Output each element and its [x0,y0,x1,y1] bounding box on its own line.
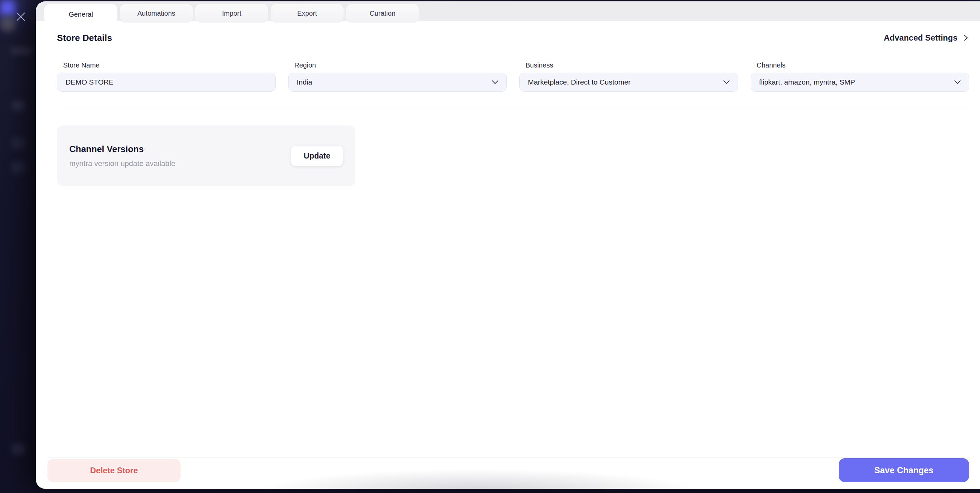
store-name-label: Store Name [63,61,276,69]
page-title: Store Details [57,33,112,43]
tab-panel-general: Store Details Advanced Settings Store Na… [36,21,980,489]
chevron-right-icon [963,34,969,41]
channel-versions-card: Channel Versions myntra version update a… [57,125,355,186]
sidebar-item-icon[interactable] [12,101,25,111]
business-value: Marketplace, Direct to Customer [528,78,644,86]
region-label: Region [294,61,507,69]
close-button[interactable] [15,11,27,22]
chevron-down-icon [954,80,961,84]
region-value: India [297,78,326,86]
sidebar-item-icon[interactable] [11,443,25,455]
store-name-field-group: Store Name [57,61,276,92]
app-sidebar [0,0,38,493]
advanced-settings-link[interactable]: Advanced Settings [884,33,969,43]
channels-select[interactable]: flipkart, amazon, myntra, SMP [751,73,969,92]
channels-label: Channels [757,61,969,69]
channels-field-group: Channels flipkart, amazon, myntra, SMP [751,61,969,92]
business-select[interactable]: Marketplace, Direct to Customer [519,73,738,92]
chevron-down-icon [492,80,499,84]
section-divider [57,107,969,107]
sidebar-active-item-glow[interactable] [0,0,15,16]
tab-bar: General Automations Import Export Curati… [36,2,980,21]
sidebar-blurred-label [10,48,33,54]
business-field-group: Business Marketplace, Direct to Customer [519,61,738,92]
sidebar-item-icon[interactable] [11,162,25,173]
advanced-settings-label: Advanced Settings [884,33,958,43]
tab-curation[interactable]: Curation [346,4,419,22]
tab-automations[interactable]: Automations [120,4,193,22]
channel-versions-title: Channel Versions [69,144,175,154]
update-button[interactable]: Update [291,146,343,166]
region-field-group: Region India [288,61,507,92]
channels-value: flipkart, amazon, myntra, SMP [759,78,869,86]
avatar[interactable] [0,16,16,32]
chevron-down-icon [723,80,730,84]
business-label: Business [525,61,738,69]
close-icon [16,12,25,21]
footer-actions: Delete Store Save Changes [48,458,969,482]
save-changes-button[interactable]: Save Changes [839,458,969,482]
delete-store-button[interactable]: Delete Store [48,459,180,482]
store-settings-modal: General Automations Import Export Curati… [36,2,980,489]
tab-export[interactable]: Export [270,4,344,22]
channel-versions-subtitle: myntra version update available [69,159,175,168]
tab-import[interactable]: Import [195,4,268,22]
sidebar-item-icon[interactable] [11,137,25,149]
store-name-input[interactable] [57,73,276,92]
region-select[interactable]: India [288,73,507,92]
